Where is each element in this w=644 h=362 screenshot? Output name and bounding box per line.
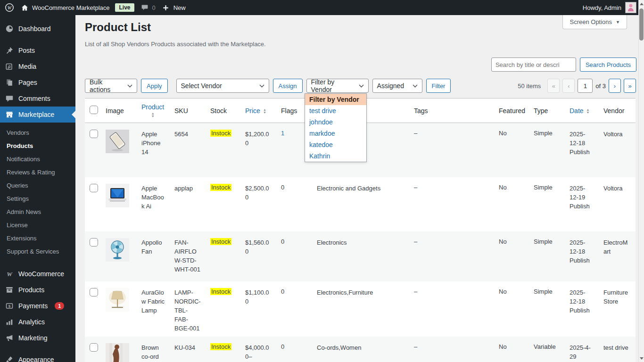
sidebar-item-marketplace[interactable]: Marketplace <box>0 107 75 123</box>
screen-options-button[interactable]: Screen Options ▼ <box>562 15 627 29</box>
bulk-actions-select[interactable]: Bulk actions <box>85 79 137 93</box>
new-button[interactable]: New <box>161 3 186 12</box>
product-thumbnail-iphone[interactable] <box>106 130 129 153</box>
date-value: 2025-12-19 <box>570 184 594 202</box>
sidebar-item-dashboard[interactable]: Dashboard <box>0 21 75 37</box>
search-input[interactable] <box>491 58 576 72</box>
apply-button[interactable]: Apply <box>141 79 168 93</box>
filter-button[interactable]: Filter <box>426 79 451 93</box>
dropdown-option-johndoe[interactable]: johndoe <box>305 116 366 128</box>
column-header-tags: Tags <box>409 99 494 123</box>
row-checkbox[interactable] <box>90 238 98 247</box>
product-date: 2025-4-29Draft <box>565 337 599 362</box>
submenu-item-notifications[interactable]: Notifications <box>0 153 75 166</box>
svg-text:W: W <box>8 5 12 10</box>
filter-by-vendor-select[interactable]: Filter by Vendor <box>306 79 369 93</box>
select-vendor-select[interactable]: Select Vendor <box>176 79 269 93</box>
column-header-product[interactable]: Product ▲▼ <box>137 99 170 123</box>
search-products-button[interactable]: Search Products <box>580 58 636 72</box>
post-status: Publish <box>570 202 594 211</box>
dropdown-option-kathrin[interactable]: Kathrin <box>305 150 366 162</box>
product-thumbnail-macbook[interactable] <box>106 184 129 207</box>
bar-chart-icon <box>5 317 14 327</box>
submenu-item-extensions[interactable]: Extensions <box>0 232 75 245</box>
sidebar-item-payments[interactable]: $ Payments 1 <box>0 298 75 314</box>
sidebar-item-appearance[interactable]: Appearance <box>0 352 75 362</box>
next-page-button[interactable]: › <box>609 79 621 93</box>
submenu-item-admin-news[interactable]: Admin News <box>0 206 75 219</box>
product-price: $1,100.00 <box>240 281 276 337</box>
product-date: 2025-12-19Publish <box>565 177 599 231</box>
last-page-button[interactable]: » <box>624 79 636 93</box>
select-vendor-label: Select Vendor <box>181 82 222 90</box>
pagination: 50 items « ‹ of 3 › » <box>518 79 636 93</box>
sortable-label: Product <box>141 103 164 111</box>
sidebar-item-wc-products[interactable]: Products <box>0 282 75 298</box>
sidebar-item-label: Posts <box>18 47 35 54</box>
assign-button[interactable]: Assign <box>273 79 303 93</box>
stock-status: Instock <box>206 231 240 281</box>
site-link[interactable]: WooCommerce Marketplace <box>20 3 109 12</box>
current-page-input[interactable] <box>578 79 593 93</box>
dollar-icon: $ <box>5 301 14 311</box>
vertical-scrollbar[interactable] <box>638 0 644 362</box>
product-tags: – <box>409 281 494 337</box>
scroll-down-arrow-icon[interactable] <box>639 355 644 361</box>
row-checkbox[interactable] <box>90 288 98 296</box>
items-count: 50 items <box>518 82 541 90</box>
row-checkbox[interactable] <box>90 130 98 138</box>
first-page-button[interactable]: « <box>547 79 560 93</box>
product-thumbnail-fan[interactable] <box>106 238 129 262</box>
product-categories: Co-ords,Women <box>312 337 409 362</box>
column-header-date[interactable]: Date▲▼ <box>565 99 599 123</box>
comment-bubble-icon <box>140 3 149 12</box>
sidebar-item-label: Payments <box>18 302 48 310</box>
sidebar-item-analytics[interactable]: Analytics <box>0 314 75 330</box>
howdy-admin[interactable]: Howdy, Admin <box>583 4 621 11</box>
comments-shortcut[interactable]: 0 <box>140 3 156 12</box>
pages-icon <box>5 78 14 87</box>
sidebar-item-pages[interactable]: Pages <box>0 74 75 90</box>
submenu-item-reviews-rating[interactable]: Reviews & Rating <box>0 166 75 179</box>
table-row: Apple MacBook Ai applap Instock $2,500.0… <box>85 177 636 231</box>
submenu-item-support-services[interactable]: Support & Services <box>0 245 75 258</box>
assigned-select[interactable]: Assigned <box>372 79 422 93</box>
submenu-item-products[interactable]: Products <box>0 140 75 153</box>
product-thumbnail-lamp[interactable] <box>106 288 129 312</box>
megaphone-icon <box>5 333 14 343</box>
sidebar-item-media[interactable]: Media <box>0 58 75 74</box>
sidebar-item-comments[interactable]: Comments <box>0 90 75 107</box>
submenu-item-license[interactable]: License <box>0 219 75 232</box>
submenu-item-vendors[interactable]: Vendors <box>0 126 75 140</box>
sidebar-item-posts[interactable]: Posts <box>0 42 75 58</box>
sidebar-item-woocommerce[interactable]: W WooCommerce <box>0 266 75 282</box>
select-all-checkbox[interactable] <box>90 106 98 114</box>
product-name: Brown co-ord <box>137 337 170 362</box>
sidebar-item-label: Appearance <box>18 356 54 362</box>
scrollbar-thumb[interactable] <box>639 8 644 41</box>
sidebar-item-marketing[interactable]: Marketing <box>0 330 75 346</box>
scroll-up-arrow-icon[interactable] <box>639 1 644 7</box>
product-price: $4,000.00–$4,000.00 <box>240 337 276 362</box>
submenu-item-queries[interactable]: Queries <box>0 179 75 192</box>
product-name: Appollo Fan <box>137 231 170 281</box>
product-vendor: test drive <box>599 337 636 362</box>
column-header-price[interactable]: Price▲▼ <box>240 99 276 123</box>
dropdown-option-markdoe[interactable]: markdoe <box>305 128 366 139</box>
row-checkbox[interactable] <box>90 184 98 192</box>
product-thumbnail-coord[interactable] <box>106 343 129 362</box>
dropdown-option-test-drive[interactable]: test drive <box>305 105 366 116</box>
wordpress-logo-icon[interactable]: W <box>5 3 14 12</box>
submenu-item-settings[interactable]: Settings <box>0 192 75 206</box>
row-checkbox[interactable] <box>90 343 98 352</box>
avatar[interactable] <box>625 2 636 13</box>
comments-icon <box>5 94 14 103</box>
dropdown-option-filter-by-vendor[interactable]: Filter by Vendor <box>305 94 366 105</box>
sidebar-item-label: Dashboard <box>18 25 51 33</box>
bulk-actions-label: Bulk actions <box>90 78 123 93</box>
dropdown-option-katedoe[interactable]: katedoe <box>305 139 366 150</box>
prev-page-button[interactable]: ‹ <box>562 79 575 93</box>
flags-link[interactable]: 1 <box>281 130 284 137</box>
flags-count: 0 <box>276 337 312 362</box>
main-content: Screen Options ▼ Product List List of al… <box>75 15 638 362</box>
